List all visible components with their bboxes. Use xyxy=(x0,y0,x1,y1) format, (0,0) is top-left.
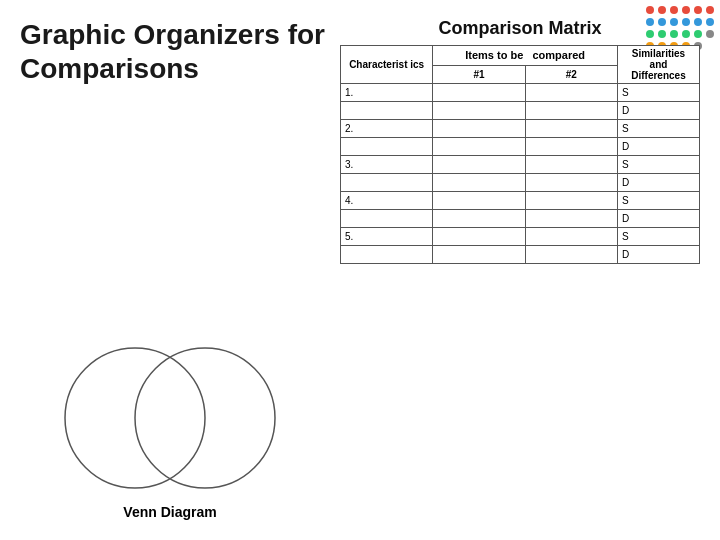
matrix-header-row1: Characterist ics Items to be compared Si… xyxy=(341,46,700,66)
page: Graphic Organizers for Comparisons Compa… xyxy=(0,0,720,540)
row3-char-d xyxy=(341,174,433,192)
row5-item2 xyxy=(525,228,617,246)
table-row: D xyxy=(341,102,700,120)
row5-item2-d xyxy=(525,246,617,264)
venn-diagram-area: Venn Diagram xyxy=(20,338,320,520)
item1-header: #1 xyxy=(433,65,525,83)
right-panel: Comparison Matrix Characterist ics Items… xyxy=(340,18,700,264)
svg-point-3 xyxy=(682,6,690,14)
row2-item2 xyxy=(525,120,617,138)
row2-char-d xyxy=(341,138,433,156)
row1-item1-d xyxy=(433,102,525,120)
svg-point-2 xyxy=(670,6,678,14)
table-row: 5. S xyxy=(341,228,700,246)
table-row: 3. S xyxy=(341,156,700,174)
svg-point-17 xyxy=(706,30,714,38)
venn-diagram-svg xyxy=(40,338,300,498)
svg-point-1 xyxy=(658,6,666,14)
table-row: 1. S xyxy=(341,84,700,102)
row3-item1-d xyxy=(433,174,525,192)
table-row: D xyxy=(341,174,700,192)
compared-label: compared xyxy=(532,49,585,61)
row4-item1-d xyxy=(433,210,525,228)
row2-item1 xyxy=(433,120,525,138)
table-row: D xyxy=(341,138,700,156)
table-row: 4. S xyxy=(341,192,700,210)
item2-header: #2 xyxy=(525,65,617,83)
table-row: D xyxy=(341,210,700,228)
venn-label: Venn Diagram xyxy=(20,504,320,520)
items-label: Items to be xyxy=(465,49,523,61)
comparison-matrix-table: Characterist ics Items to be compared Si… xyxy=(340,45,700,264)
row3-d: D xyxy=(617,174,699,192)
row2-d: D xyxy=(617,138,699,156)
table-row: 2. S xyxy=(341,120,700,138)
row1-item2-d xyxy=(525,102,617,120)
row5-item1 xyxy=(433,228,525,246)
matrix-title: Comparison Matrix xyxy=(340,18,700,39)
row-num-1: 1. xyxy=(341,84,433,102)
row5-d: D xyxy=(617,246,699,264)
title-line1: Graphic Organizers for xyxy=(20,19,325,50)
row3-item2-d xyxy=(525,174,617,192)
characteristics-label: Characterist ics xyxy=(349,59,424,70)
row4-char-d xyxy=(341,210,433,228)
row2-item2-d xyxy=(525,138,617,156)
row5-item1-d xyxy=(433,246,525,264)
row-num-4: 4. xyxy=(341,192,433,210)
table-row: D xyxy=(341,246,700,264)
row4-item2 xyxy=(525,192,617,210)
row1-char-d xyxy=(341,102,433,120)
characteristics-header: Characterist ics xyxy=(341,46,433,84)
svg-point-0 xyxy=(646,6,654,14)
page-title: Graphic Organizers for Comparisons xyxy=(20,18,360,85)
row5-char-d xyxy=(341,246,433,264)
row4-d: D xyxy=(617,210,699,228)
row1-item2 xyxy=(525,84,617,102)
row5-s: S xyxy=(617,228,699,246)
svg-point-4 xyxy=(694,6,702,14)
row-num-2: 2. xyxy=(341,120,433,138)
similarities-header: Similarities and Differences xyxy=(617,46,699,84)
row1-item1 xyxy=(433,84,525,102)
row1-d: D xyxy=(617,102,699,120)
row3-item1 xyxy=(433,156,525,174)
row4-s: S xyxy=(617,192,699,210)
row3-s: S xyxy=(617,156,699,174)
row3-item2 xyxy=(525,156,617,174)
row4-item2-d xyxy=(525,210,617,228)
svg-point-11 xyxy=(706,18,714,26)
row2-s: S xyxy=(617,120,699,138)
row-num-3: 3. xyxy=(341,156,433,174)
row2-item1-d xyxy=(433,138,525,156)
row1-s: S xyxy=(617,84,699,102)
title-line2: Comparisons xyxy=(20,53,199,84)
items-to-be-header: Items to be compared xyxy=(433,46,618,66)
similarities-label: Similarities and Differences xyxy=(631,48,685,81)
row-num-5: 5. xyxy=(341,228,433,246)
row4-item1 xyxy=(433,192,525,210)
svg-point-5 xyxy=(706,6,714,14)
